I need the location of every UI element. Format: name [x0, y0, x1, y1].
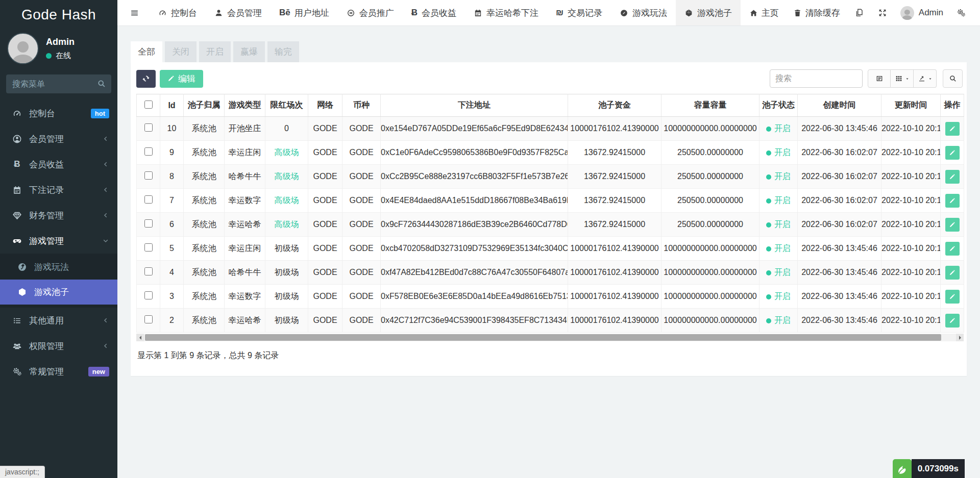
topnav-user-menu[interactable]: Admin — [894, 0, 949, 26]
cube-icon — [684, 9, 693, 17]
chevron-left-icon — [102, 159, 109, 169]
cell-game: 幸运数字 — [225, 189, 265, 213]
sidebar-item[interactable]: Ƀ会员收益 — [0, 152, 117, 177]
clear-cache-link[interactable]: 清除缓存 — [786, 0, 847, 26]
home-link[interactable]: 主页 — [742, 0, 786, 26]
scroll-right-button[interactable] — [956, 334, 964, 341]
topnav-tab[interactable]: 控制台 — [150, 0, 206, 26]
topnav-tab[interactable]: 会员推广 — [338, 0, 403, 26]
horizontal-scrollbar[interactable] — [136, 334, 964, 341]
cell-coin: GODE — [342, 117, 381, 141]
row-edit-button[interactable] — [945, 218, 960, 232]
filter-tab[interactable]: 输完 — [267, 41, 299, 62]
row-edit-button[interactable] — [945, 170, 960, 184]
row-checkbox[interactable] — [144, 243, 153, 251]
fullscreen-button[interactable] — [871, 0, 894, 26]
sidebar-item-label: 游戏池子 — [34, 286, 109, 298]
cell-network: GODE — [308, 141, 342, 165]
compass-icon — [620, 9, 628, 17]
cell-tier: 高级场 — [265, 189, 308, 213]
sidebar-item[interactable]: 其他通用 — [0, 308, 117, 333]
row-checkbox[interactable] — [144, 291, 153, 299]
topnav-tab-label: 游戏玩法 — [632, 7, 667, 19]
row-checkbox[interactable] — [144, 195, 153, 204]
cell-funds: 13672.92415000 — [568, 189, 662, 213]
row-edit-button[interactable] — [945, 122, 960, 136]
topnav-tab[interactable]: ₪交易记录 — [547, 0, 611, 26]
row-edit-button[interactable] — [945, 266, 960, 280]
baht-icon: Ƀ — [12, 159, 22, 169]
sidebar-item-label: 下注记录 — [29, 184, 102, 196]
row-edit-button[interactable] — [945, 314, 960, 328]
content: 全部关闭开启赢爆输完 编辑 — [117, 26, 980, 376]
row-edit-button[interactable] — [945, 242, 960, 256]
pencil-icon — [949, 269, 955, 276]
topnav-tab[interactable]: 会员管理 — [206, 0, 271, 26]
select-all-checkbox[interactable] — [144, 100, 153, 109]
sidebar-item[interactable]: 游戏池子 — [0, 280, 117, 305]
sidebar-item[interactable]: 权限管理 — [0, 333, 117, 359]
row-edit-button[interactable] — [945, 290, 960, 304]
columns-grid-icon — [895, 74, 903, 83]
filter-tab[interactable]: 赢爆 — [233, 41, 265, 62]
sidebar-item[interactable]: 会员管理 — [0, 126, 117, 152]
cell-tier: 初级场 — [265, 285, 308, 309]
sidebar-item[interactable]: 控制台hot — [0, 100, 117, 126]
filter-tab[interactable]: 全部 — [131, 41, 162, 62]
sidebar-toggle-button[interactable] — [117, 0, 150, 26]
row-checkbox[interactable] — [144, 219, 153, 228]
search-icon — [97, 79, 106, 88]
row-edit-button[interactable] — [945, 146, 960, 160]
topnav-tab-label: 控制台 — [171, 7, 197, 19]
status-dot-icon — [766, 174, 771, 180]
chevron-left-icon — [102, 134, 109, 144]
sidebar-item[interactable]: 游戏玩法 — [0, 255, 117, 280]
topnav-tab[interactable]: 幸运哈希下注 — [465, 0, 547, 26]
row-checkbox[interactable] — [144, 123, 153, 132]
scroll-left-icon — [137, 336, 141, 340]
export-button[interactable] — [914, 69, 937, 88]
topnav-tab[interactable]: Ƀ会员收益 — [403, 0, 465, 26]
table-search-input[interactable] — [770, 69, 863, 88]
refresh-button[interactable] — [136, 70, 156, 88]
row-edit-button[interactable] — [945, 194, 960, 208]
settings-button[interactable] — [949, 0, 973, 26]
cell-status: 开启 — [760, 117, 798, 141]
table-header-row: Id池子归属游戏类型限红场次网络币种下注地址池子资金容量容量池子状态创建时间更新… — [137, 94, 964, 117]
topnav-tab[interactable]: 游戏玩法 — [611, 0, 676, 26]
detail-view-button[interactable] — [868, 69, 891, 88]
sidebar-item-label: 会员收益 — [29, 159, 102, 170]
column-header: 容量容量 — [662, 94, 760, 117]
trash-icon — [793, 9, 802, 17]
page-copy-button[interactable] — [847, 0, 871, 26]
filter-tab[interactable]: 开启 — [199, 41, 231, 62]
filter-tab[interactable]: 关闭 — [165, 41, 197, 62]
sidebar-item[interactable]: 下注记录 — [0, 177, 117, 203]
scrollbar-thumb[interactable] — [145, 334, 941, 341]
framework-logo[interactable] — [893, 459, 912, 478]
chevron-down-icon — [102, 236, 109, 246]
columns-button[interactable] — [891, 69, 914, 88]
row-checkbox[interactable] — [144, 147, 153, 156]
topnav-tab[interactable]: Bē用户地址 — [271, 0, 338, 26]
sidebar-item[interactable]: 财务管理 — [0, 203, 117, 228]
column-header: 创建时间 — [798, 94, 881, 117]
row-checkbox[interactable] — [144, 315, 153, 323]
sidebar-item[interactable]: 游戏管理 — [0, 228, 117, 254]
user-avatar[interactable] — [7, 33, 39, 64]
hamburger-icon — [130, 8, 139, 18]
scroll-left-button[interactable] — [136, 334, 144, 341]
users-icon — [12, 341, 22, 351]
row-checkbox[interactable] — [144, 171, 153, 180]
edit-button[interactable]: 编辑 — [160, 70, 203, 88]
topnav-tab[interactable]: 游戏池子 — [676, 0, 741, 26]
search-submit-button[interactable] — [943, 69, 963, 88]
sidebar-search-input[interactable] — [6, 74, 111, 93]
select-all-cell — [137, 94, 160, 117]
screen: Gode Hash Admin 在线 控制台hot会员管理Ƀ会员收益下注记录财务… — [0, 0, 980, 478]
sidebar-item[interactable]: 常规管理new — [0, 359, 117, 384]
topnav-tabs: 控制台会员管理Bē用户地址会员推广Ƀ会员收益幸运哈希下注₪交易记录游戏玩法游戏池… — [150, 0, 741, 26]
user-circle-icon — [12, 134, 22, 144]
row-checkbox[interactable] — [144, 267, 153, 275]
sidebar: Gode Hash Admin 在线 控制台hot会员管理Ƀ会员收益下注记录财务… — [0, 0, 117, 478]
